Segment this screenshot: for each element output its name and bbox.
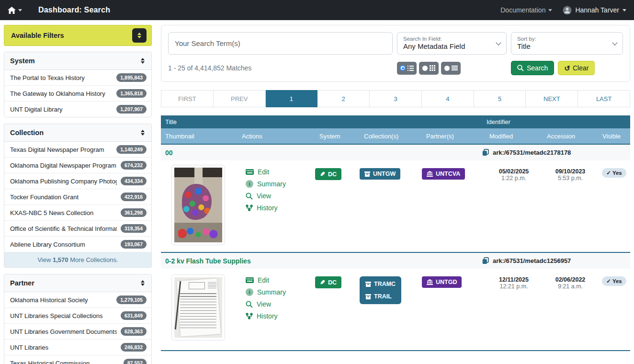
partner-badge[interactable]: UNTCVA — [422, 168, 465, 180]
filter-item-unt-digital-library[interactable]: UNT Digital Library 1,207,907 — [4, 102, 151, 117]
page-1[interactable]: 1 — [266, 90, 318, 107]
filter-section-system: System The Portal to Texas History 1,895… — [4, 52, 152, 117]
filter-item-abilene[interactable]: Abilene Library Consortium 193,067 — [4, 237, 151, 252]
col-actions: Actions — [238, 133, 315, 140]
record-thumbnail[interactable] — [171, 165, 225, 245]
documentation-menu[interactable]: Documentation — [500, 6, 552, 14]
page-2[interactable]: 2 — [317, 90, 370, 107]
filter-section-collection: Collection Texas Digital Newspaper Progr… — [4, 124, 152, 268]
next-group-divider — [161, 350, 630, 351]
filter-item-unt-govdocs[interactable]: UNT Libraries Government Documents De...… — [4, 324, 151, 340]
edit-link[interactable]: Edit — [246, 276, 315, 284]
summary-link[interactable]: i Summary — [246, 288, 315, 296]
filter-section-partner: Partner Oklahoma Historical Society 1,27… — [4, 274, 152, 364]
view-link[interactable]: View — [246, 192, 315, 200]
copy-icon[interactable] — [482, 149, 489, 156]
main-content: Search In Field: Any Metadata Field Sort… — [161, 25, 630, 364]
result-row: 0-2 kv Flash Tube Supplies ark:/67531/me… — [161, 252, 630, 351]
filter-item-kxas[interactable]: KXAS-NBC 5 News Collection 361,298 — [4, 205, 151, 221]
col-modified: Modified — [485, 133, 543, 140]
filter-item-gateway-oklahoma[interactable]: The Gateway to Oklahoma History 1,365,81… — [4, 86, 151, 102]
page-5[interactable]: 5 — [474, 90, 526, 107]
undo-icon: ↺ — [564, 65, 570, 72]
col-visible: Visible — [598, 133, 630, 140]
compact-view-toggle[interactable] — [441, 62, 461, 75]
view-more-collections-link[interactable]: View 1,570 More Collections. — [4, 252, 151, 267]
sitemap-icon — [246, 313, 253, 319]
home-caret-icon — [18, 9, 22, 11]
history-link[interactable]: History — [246, 204, 315, 212]
home-menu[interactable] — [8, 7, 22, 14]
partner-badge[interactable]: UNTGD — [422, 276, 462, 288]
filter-item-ohs[interactable]: Oklahoma Historical Society 1,279,105 — [4, 292, 151, 308]
record-thumbnail[interactable] — [171, 274, 225, 341]
filter-item-portal-texas-history[interactable]: The Portal to Texas History 1,895,843 — [4, 70, 151, 86]
collection-badge[interactable]: UNTGW — [360, 168, 400, 180]
system-sort-icon[interactable] — [140, 57, 146, 65]
count-badge: 422,916 — [121, 193, 147, 201]
grid-view-toggle[interactable] — [419, 62, 439, 75]
count-badge: 628,363 — [121, 327, 147, 336]
clear-button[interactable]: ↺ Clear — [558, 61, 595, 75]
filter-item-thc[interactable]: Texas Historical Commission 87,552 — [4, 355, 151, 364]
search-actions: Search ↺ Clear — [511, 61, 623, 75]
partner-section-title: Partner — [10, 279, 34, 287]
filter-item-tdnp[interactable]: Texas Digital Newspaper Program 1,140,24… — [4, 142, 151, 158]
user-menu[interactable]: Hannah Tarver — [563, 6, 626, 15]
search-field-select[interactable]: Search In Field: Any Metadata Field — [397, 32, 507, 55]
summary-link[interactable]: i Summary — [246, 180, 315, 188]
chevron-down-icon — [496, 40, 501, 45]
search-panel: Search In Field: Any Metadata Field Sort… — [161, 25, 630, 82]
results-header-row1: Title Identifier — [161, 115, 630, 128]
page-last[interactable]: LAST — [578, 90, 630, 107]
page-title: Dashboard: Search — [38, 6, 110, 14]
history-link[interactable]: History — [246, 312, 315, 320]
page-4[interactable]: 4 — [422, 90, 474, 107]
page-next[interactable]: NEXT — [526, 90, 578, 107]
filter-item-unt-libraries[interactable]: UNT Libraries 246,832 — [4, 340, 151, 355]
count-badge: 1,140,249 — [116, 145, 147, 154]
page-prev[interactable]: PREV — [214, 90, 266, 107]
record-identifier: ark:/67531/metadc1256957 — [493, 257, 571, 264]
quill-icon: ✎ — [320, 171, 325, 178]
sort-by-select[interactable]: Sort by: Title — [511, 32, 623, 55]
filter-item-tocker[interactable]: Tocker Foundation Grant 422,916 — [4, 189, 151, 205]
system-badge[interactable]: ✎ DC — [315, 168, 341, 180]
page-3[interactable]: 3 — [370, 90, 422, 107]
archive-box-icon — [365, 294, 371, 299]
radio-selected-icon — [400, 65, 406, 71]
info-icon: i — [246, 288, 253, 296]
partner-sort-icon[interactable] — [140, 279, 146, 287]
view-link[interactable]: View — [246, 300, 315, 308]
edit-link[interactable]: Edit — [246, 168, 315, 176]
page-first[interactable]: FIRST — [161, 90, 214, 107]
sort-by-value: Title — [517, 42, 613, 51]
copy-icon[interactable] — [482, 257, 489, 264]
collection-badge[interactable]: TRAMC — [361, 278, 400, 290]
app-window: Dashboard: Search Documentation Hannah T… — [0, 0, 634, 364]
collapse-arrows-icon — [137, 33, 141, 35]
col-identifier: Identifier — [482, 118, 630, 125]
filters-collapse-button[interactable] — [132, 28, 147, 43]
record-title-link[interactable]: 00 — [161, 149, 482, 157]
system-badge[interactable]: ✎ DC — [315, 276, 341, 288]
visible-badge: ✓ Yes — [602, 276, 626, 286]
col-partners: Partner(s) — [422, 133, 485, 140]
count-badge: 361,298 — [121, 208, 147, 217]
partners-cell: UNTGD — [422, 273, 485, 341]
record-title-link[interactable]: 0-2 kv Flash Tube Supplies — [161, 257, 482, 265]
count-badge: 674,232 — [121, 161, 147, 170]
available-filters-title: Available Filters — [11, 32, 64, 39]
search-input[interactable] — [168, 32, 393, 55]
filter-item-odnp[interactable]: Oklahoma Digital Newspaper Program 674,2… — [4, 158, 151, 173]
collection-sort-icon[interactable] — [140, 129, 146, 136]
filter-item-osti[interactable]: Office of Scientific & Technical Informa… — [4, 221, 151, 237]
filter-item-okpcp[interactable]: Oklahoma Publishing Company Photograp...… — [4, 173, 151, 189]
collection-badge[interactable]: TRAIL — [361, 291, 400, 302]
search-button[interactable]: Search — [511, 61, 554, 75]
filter-item-unt-special[interactable]: UNT Libraries Special Collections 631,84… — [4, 308, 151, 324]
list-view-toggle[interactable] — [397, 62, 417, 75]
col-collections: Collection(s) — [360, 133, 422, 140]
sort-by-label: Sort by: — [517, 35, 613, 42]
thumbnail-image-sculpture — [174, 168, 222, 242]
